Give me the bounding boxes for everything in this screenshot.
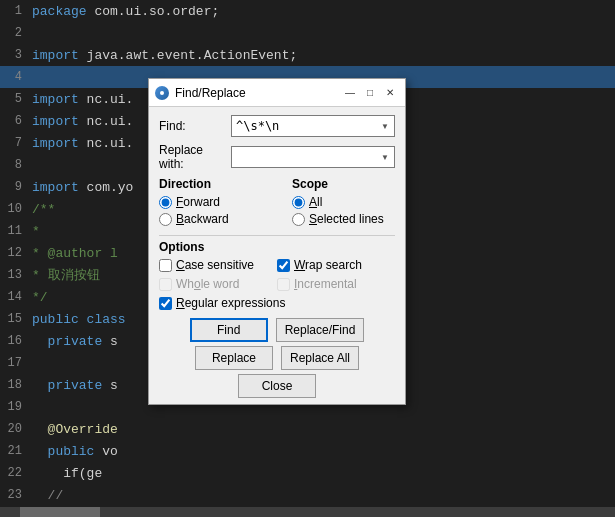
direction-backward-row: Backward (159, 212, 262, 226)
find-input[interactable] (231, 115, 395, 137)
scrollbar-thumb[interactable] (20, 507, 100, 517)
wrap-search-row: Wrap search (277, 258, 395, 272)
replace-all-button[interactable]: Replace All (281, 346, 359, 370)
find-button[interactable]: Find (190, 318, 268, 342)
direction-scope-row: Direction Forward Backward Scope All (159, 177, 395, 229)
case-sensitive-label[interactable]: Case sensitive (176, 258, 254, 272)
find-dropdown-arrow[interactable]: ▼ (377, 118, 393, 134)
replace-input-wrap: ▼ (231, 146, 395, 168)
scope-label: Scope (292, 177, 395, 191)
replace-button[interactable]: Replace (195, 346, 273, 370)
scope-selected-label[interactable]: Selected lines (309, 212, 384, 226)
regular-expressions-label[interactable]: Regular expressions (176, 296, 285, 310)
button-row-1: Find Replace/Find (159, 318, 395, 342)
code-line: 3 import java.awt.event.ActionEvent; (0, 44, 615, 66)
dialog-app-icon (155, 86, 169, 100)
wrap-search-checkbox[interactable] (277, 259, 290, 272)
options-section: Options Case sensitive Wrap search Whole… (159, 235, 395, 310)
incremental-row: Incremental (277, 277, 395, 291)
wrap-search-label[interactable]: Wrap search (294, 258, 362, 272)
direction-backward-label[interactable]: Backward (176, 212, 229, 226)
case-sensitive-row: Case sensitive (159, 258, 277, 272)
replace-label: Replace with: (159, 143, 231, 171)
direction-forward-radio[interactable] (159, 196, 172, 209)
direction-label: Direction (159, 177, 262, 191)
scope-all-row: All (292, 195, 395, 209)
maximize-button[interactable]: □ (361, 85, 379, 101)
scope-section: Scope All Selected lines (292, 177, 395, 229)
options-grid: Case sensitive Wrap search Whole word In… (159, 258, 395, 294)
scope-all-label[interactable]: All (309, 195, 322, 209)
dialog-window-controls: — □ ✕ (341, 85, 399, 101)
code-line: 22 if(ge (0, 462, 615, 484)
find-row: Find: ▼ (159, 115, 395, 137)
incremental-checkbox[interactable] (277, 278, 290, 291)
code-line: 20 @Override (0, 418, 615, 440)
whole-word-label: Whole word (176, 277, 239, 291)
find-replace-dialog: Find/Replace — □ ✕ Find: ▼ Replace with:… (148, 78, 406, 405)
dialog-titlebar: Find/Replace — □ ✕ (149, 79, 405, 107)
button-row-close: Close (159, 374, 395, 398)
whole-word-row: Whole word (159, 277, 277, 291)
code-line: 21 public vo (0, 440, 615, 462)
replace-input[interactable] (231, 146, 395, 168)
scope-all-radio[interactable] (292, 196, 305, 209)
options-title: Options (159, 240, 395, 254)
find-label: Find: (159, 119, 231, 133)
direction-forward-label[interactable]: Forward (176, 195, 220, 209)
regex-row: Regular expressions (159, 296, 395, 310)
whole-word-checkbox[interactable] (159, 278, 172, 291)
dialog-title-left: Find/Replace (155, 86, 246, 100)
dialog-body: Find: ▼ Replace with: ▼ Direction Forwar… (149, 107, 405, 404)
code-line: 1 package com.ui.so.order; (0, 0, 615, 22)
direction-forward-row: Forward (159, 195, 262, 209)
button-row-2: Replace Replace All (159, 346, 395, 370)
replace-dropdown-arrow[interactable]: ▼ (377, 149, 393, 165)
minimize-button[interactable]: — (341, 85, 359, 101)
code-line: 2 (0, 22, 615, 44)
replace-row: Replace with: ▼ (159, 143, 395, 171)
close-button[interactable]: Close (238, 374, 316, 398)
incremental-label: Incremental (294, 277, 357, 291)
horizontal-scrollbar[interactable] (0, 507, 615, 517)
code-line: 23 // (0, 484, 615, 506)
find-input-wrap: ▼ (231, 115, 395, 137)
case-sensitive-checkbox[interactable] (159, 259, 172, 272)
dialog-title: Find/Replace (175, 86, 246, 100)
direction-section: Direction Forward Backward (159, 177, 262, 229)
close-window-button[interactable]: ✕ (381, 85, 399, 101)
scope-selected-radio[interactable] (292, 213, 305, 226)
replace-find-button[interactable]: Replace/Find (276, 318, 365, 342)
scope-selected-row: Selected lines (292, 212, 395, 226)
regular-expressions-checkbox[interactable] (159, 297, 172, 310)
direction-backward-radio[interactable] (159, 213, 172, 226)
